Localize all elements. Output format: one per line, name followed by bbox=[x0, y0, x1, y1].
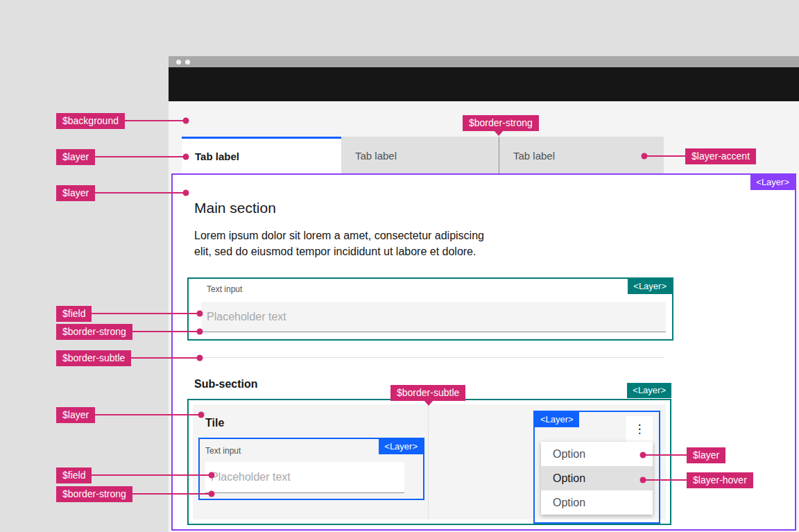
annotation-dot bbox=[209, 491, 215, 497]
browser-navbar bbox=[169, 67, 799, 101]
body-line-2: elit, sed do eiusmod tempor incididunt u… bbox=[194, 243, 484, 259]
annotation-border-strong-main: $border-strong bbox=[56, 324, 132, 340]
tile-text-input-layer: <Layer> Text input bbox=[198, 438, 424, 500]
annotation-dot bbox=[640, 452, 646, 458]
section-divider bbox=[200, 357, 664, 358]
tile-divider bbox=[428, 404, 429, 520]
main-section-heading: Main section bbox=[194, 200, 276, 216]
annotation-layer-hover: $layer-hover bbox=[687, 472, 753, 488]
annotation-dot bbox=[197, 329, 203, 335]
text-input[interactable] bbox=[201, 302, 666, 332]
browser-titlebar bbox=[169, 56, 799, 67]
annotation-line bbox=[644, 155, 685, 157]
annotation-border-subtle-main: $border-subtle bbox=[56, 350, 131, 366]
body-line-1: Lorem ipsum dolor sit lorem a amet, cons… bbox=[194, 228, 484, 243]
layer-badge-text-input: <Layer> bbox=[628, 279, 672, 294]
tile-text-input-field[interactable] bbox=[205, 462, 404, 493]
annotation-border-strong-tile: $border-strong bbox=[56, 486, 132, 502]
menu-option-3[interactable]: Option bbox=[541, 490, 653, 515]
tile-text-input[interactable] bbox=[205, 462, 404, 492]
tab-label: Tab label bbox=[341, 150, 397, 162]
annotation-dot bbox=[183, 118, 189, 124]
annotation-field-tile: $field bbox=[56, 467, 92, 483]
tab-label: Tab label bbox=[182, 151, 239, 162]
annotation-line bbox=[76, 474, 212, 476]
annotation-field-main: $field bbox=[56, 306, 92, 322]
annotation-layer-menu: $layer bbox=[687, 447, 725, 463]
menu-option-2-hovered[interactable]: Option bbox=[541, 466, 653, 490]
tile-text-input-label: Text input bbox=[205, 446, 241, 456]
annotation-line bbox=[643, 454, 687, 456]
overflow-menu-icon: ⋮ bbox=[634, 422, 646, 436]
window-control-dot bbox=[176, 60, 181, 65]
overflow-menu-button[interactable]: ⋮ bbox=[626, 416, 653, 442]
main-section-body: Lorem ipsum dolor sit lorem a amet, cons… bbox=[194, 228, 484, 259]
annotation-dot bbox=[197, 355, 203, 361]
text-input-group: <Layer> Text input bbox=[187, 277, 673, 341]
annotation-background: $background bbox=[56, 113, 125, 129]
tab-unselected-1[interactable]: Tab label bbox=[341, 137, 499, 174]
annotation-layer-tile: $layer bbox=[56, 407, 95, 423]
tab-selected[interactable]: Tab label bbox=[182, 137, 341, 174]
annotation-dot bbox=[640, 477, 646, 483]
layer-badge-sub-section: <Layer> bbox=[627, 383, 671, 398]
tab-unselected-2[interactable]: Tab label bbox=[499, 137, 664, 174]
tile-area: Tile <Layer> Text input <Layer> ⋮ bbox=[193, 404, 666, 520]
sub-section-layer: <Layer> Tile <Layer> Text input <Layer> … bbox=[187, 399, 671, 525]
sub-section-heading: Sub-section bbox=[194, 378, 258, 391]
annotation-dot bbox=[183, 190, 189, 196]
annotation-line bbox=[76, 313, 200, 314]
annotation-dot bbox=[642, 153, 648, 160]
layer-badge-main: <Layer> bbox=[750, 175, 795, 190]
dropdown-layer: <Layer> ⋮ Option Option Option bbox=[533, 411, 660, 524]
annotation-border-strong-tab: $border-strong bbox=[463, 115, 539, 131]
annotation-dot bbox=[198, 412, 205, 418]
annotation-pointer bbox=[424, 400, 433, 406]
text-input-field[interactable] bbox=[201, 302, 666, 332]
annotation-line bbox=[643, 479, 687, 481]
layer-badge-dropdown: <Layer> bbox=[535, 412, 579, 427]
tab-label: Tab label bbox=[499, 150, 555, 162]
text-input-label: Text input bbox=[207, 284, 242, 294]
tile-heading: Tile bbox=[205, 417, 224, 429]
layer-badge-tile-input: <Layer> bbox=[379, 439, 423, 454]
annotation-dot bbox=[183, 154, 189, 160]
annotation-dot bbox=[197, 311, 203, 317]
annotation-layer-tab: $layer bbox=[56, 149, 95, 165]
window-control-dot bbox=[185, 60, 190, 65]
canvas: Tab label Tab label Tab label <Layer> Ma… bbox=[0, 0, 799, 532]
dropdown-menu: Option Option Option bbox=[541, 442, 653, 515]
annotation-dot bbox=[209, 472, 215, 479]
annotation-layer-main: $layer bbox=[56, 185, 95, 201]
annotation-layer-accent: $layer-accent bbox=[685, 148, 756, 164]
annotation-border-subtle-tile: $border-subtle bbox=[390, 385, 465, 401]
annotation-pointer bbox=[494, 130, 504, 136]
menu-option-1[interactable]: Option bbox=[541, 442, 653, 466]
